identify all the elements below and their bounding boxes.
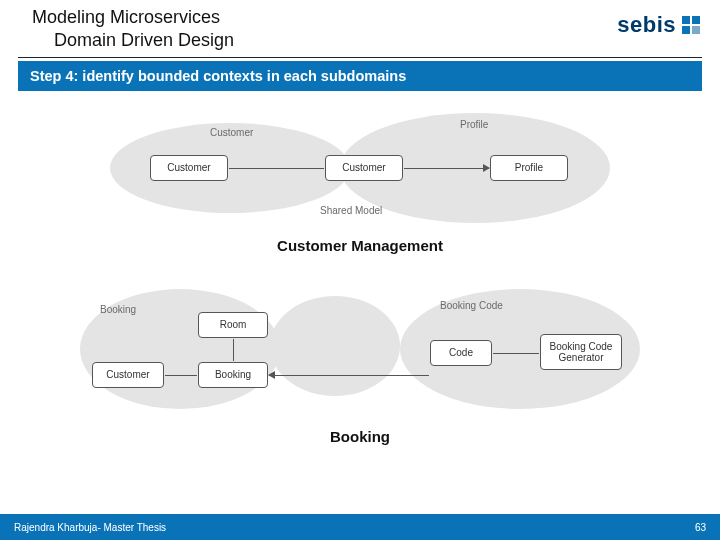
step-banner: Step 4: identify bounded contexts in eac… xyxy=(18,61,702,91)
context-label-shared: Shared Model xyxy=(320,205,382,216)
slide-body: Customer Profile Shared Model Customer C… xyxy=(0,113,720,445)
entity-box-booking: Booking xyxy=(198,362,268,388)
svg-rect-0 xyxy=(682,16,690,24)
context-label-booking: Booking xyxy=(100,304,136,315)
entity-box-code: Code xyxy=(430,340,492,366)
title-line-2: Domain Driven Design xyxy=(32,29,234,52)
connector-line-vertical xyxy=(233,339,234,361)
entity-box-generator: Booking Code Generator xyxy=(540,334,622,370)
entity-box-customer-1: Customer xyxy=(150,155,228,181)
entity-box-room: Room xyxy=(198,312,268,338)
svg-rect-1 xyxy=(692,16,700,24)
connector-line xyxy=(493,353,539,354)
connector-line xyxy=(229,168,324,169)
context-label-customer: Customer xyxy=(210,127,253,138)
diagram-customer-management: Customer Profile Shared Model Customer C… xyxy=(110,113,610,223)
footer-author: Rajendra Kharbuja- Master Thesis xyxy=(14,522,166,533)
logo-text: sebis xyxy=(617,12,676,38)
context-ellipse-mid xyxy=(270,296,400,396)
entity-box-customer-2: Customer xyxy=(325,155,403,181)
connector-arrow xyxy=(404,168,489,169)
context-label-profile: Profile xyxy=(460,119,488,130)
title-line-1: Modeling Microservices xyxy=(32,6,234,29)
logo-mark-icon xyxy=(680,14,702,36)
caption-booking: Booking xyxy=(0,428,720,445)
entity-box-profile: Profile xyxy=(490,155,568,181)
connector-arrow xyxy=(269,375,429,376)
header-divider xyxy=(18,57,702,58)
footer-page-number: 63 xyxy=(695,522,706,533)
diagram-booking: Booking Booking Code Room Customer Booki… xyxy=(80,284,640,414)
context-label-booking-code: Booking Code xyxy=(440,300,503,311)
title-block: Modeling Microservices Domain Driven Des… xyxy=(32,6,234,53)
slide-footer: Rajendra Kharbuja- Master Thesis 63 xyxy=(0,514,720,540)
connector-line xyxy=(165,375,197,376)
svg-rect-2 xyxy=(682,26,690,34)
slide-header: Modeling Microservices Domain Driven Des… xyxy=(0,0,720,57)
svg-rect-3 xyxy=(692,26,700,34)
caption-customer-management: Customer Management xyxy=(0,237,720,254)
sebis-logo: sebis xyxy=(617,12,702,38)
entity-box-customer: Customer xyxy=(92,362,164,388)
